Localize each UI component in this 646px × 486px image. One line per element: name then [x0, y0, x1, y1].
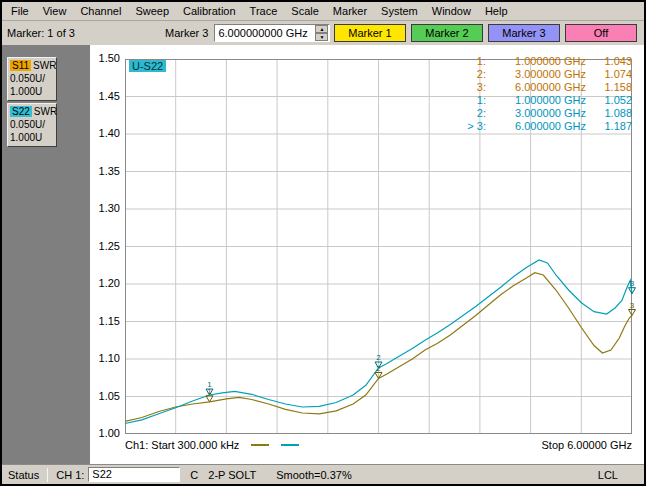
menu-scale[interactable]: Scale [284, 2, 326, 20]
s22-trace-swatch [281, 444, 299, 446]
status-label: Status [8, 469, 39, 481]
button-marker-3[interactable]: Marker 3 [488, 24, 560, 42]
y-tick-label: 1.40 [91, 127, 123, 140]
smoothing-status: Smooth=0.37% [276, 469, 352, 481]
plot-panel: 1.501.451.401.351.301.251.201.151.101.05… [90, 45, 644, 464]
y-tick-label: 1.00 [91, 427, 123, 440]
marker-readout-table: 1:1.000000 GHz1.0432:3.000000 GHz1.0743:… [458, 55, 632, 133]
menu-window[interactable]: Window [425, 2, 478, 20]
y-tick-label: 1.05 [91, 390, 123, 403]
trace-reference-label: 1.000U [10, 131, 54, 144]
menu-channel[interactable]: Channel [73, 2, 128, 20]
trace-format-label: SWR [33, 60, 56, 71]
trace-scale-label: 0.050U/ [10, 118, 54, 131]
trace-sidebar: S11SWR0.050U/1.000US22SWR0.050U/1.000U [2, 45, 90, 464]
marker-frequency-value: 6.000000000 GHz [215, 27, 315, 39]
marker-field-label: Marker 3 [165, 27, 208, 39]
vna-window: FileViewChannelSweepCalibrationTraceScal… [0, 0, 646, 486]
y-tick-label: 1.25 [91, 240, 123, 253]
y-tick-label: 1.50 [91, 52, 123, 65]
y-tick-label: 1.45 [91, 90, 123, 103]
sweep-stop-label: Stop 6.00000 GHz [541, 439, 632, 451]
menu-bar: FileViewChannelSweepCalibrationTraceScal… [2, 2, 644, 21]
statusbar-divider [47, 468, 48, 482]
svg-text:1: 1 [207, 380, 212, 389]
main-content: S11SWR0.050U/1.000US22SWR0.050U/1.000U 1… [2, 45, 644, 464]
active-measurement-field: S22 [88, 467, 180, 482]
svg-text:2: 2 [376, 353, 381, 362]
trace-scale-label: 0.050U/ [10, 72, 54, 85]
y-tick-label: 1.15 [91, 315, 123, 328]
menu-marker[interactable]: Marker [326, 2, 374, 20]
trace-reference-label: 1.000U [10, 85, 54, 98]
trace-settings-s11[interactable]: S11SWR0.050U/1.000U [7, 57, 57, 101]
spinner-up-button[interactable]: ▲ [315, 25, 328, 33]
marker-button-group: Marker 1Marker 2Marker 3Off [334, 24, 639, 42]
menu-file[interactable]: File [4, 2, 36, 20]
status-bar: Status CH 1: S22 C 2-P SOLT Smooth=0.37%… [2, 464, 644, 484]
trace-id-s11: S11 [10, 60, 31, 71]
marker-readout-row: 2:3.000000 GHz1.074 [458, 68, 632, 81]
cal-correction-indicator: C [190, 469, 198, 481]
y-tick-label: 1.10 [91, 352, 123, 365]
trace-settings-s22[interactable]: S22SWR0.050U/1.000U [7, 103, 57, 147]
marker-readout-row: 3:6.000000 GHz1.158 [458, 81, 632, 94]
marker-readout-row: 1:1.000000 GHz1.043 [458, 55, 632, 68]
active-trace-label: U-S22 [129, 60, 166, 72]
cal-type-indicator: 2-P SOLT [208, 469, 256, 481]
menu-view[interactable]: View [36, 2, 74, 20]
marker-readout-row: 2:3.000000 GHz1.088 [458, 107, 632, 120]
frequency-spinner: ▲ ▼ [315, 25, 328, 41]
y-tick-label: 1.20 [91, 277, 123, 290]
marker-toolbar: Marker: 1 of 3 Marker 3 6.000000000 GHz … [2, 21, 644, 45]
s11-trace-swatch [251, 444, 269, 446]
marker-readout-row: > 3:6.000000 GHz1.187 [458, 120, 632, 133]
trace-format-label: SWR [34, 106, 57, 117]
svg-text:3: 3 [630, 301, 635, 310]
y-axis-labels: 1.501.451.401.351.301.251.201.151.101.05… [90, 45, 123, 464]
marker-status-text: Marker: 1 of 3 [7, 27, 115, 39]
button-off[interactable]: Off [565, 24, 637, 42]
lcl-indicator: LCL [598, 469, 638, 481]
svg-text:3: 3 [630, 279, 635, 288]
button-marker-1[interactable]: Marker 1 [334, 24, 406, 42]
plot-footer: Ch1: Start 300.000 kHz Stop 6.00000 GHz [125, 437, 632, 452]
button-marker-2[interactable]: Marker 2 [411, 24, 483, 42]
menu-sweep[interactable]: Sweep [128, 2, 176, 20]
trace-id-s22: S22 [10, 106, 32, 117]
menu-calibration[interactable]: Calibration [176, 2, 243, 20]
y-tick-label: 1.30 [91, 202, 123, 215]
menu-system[interactable]: System [374, 2, 425, 20]
spinner-down-button[interactable]: ▼ [315, 33, 328, 41]
menu-trace[interactable]: Trace [243, 2, 285, 20]
marker-frequency-input[interactable]: 6.000000000 GHz ▲ ▼ [214, 24, 330, 42]
channel-label: CH 1: [56, 469, 84, 481]
menu-help[interactable]: Help [478, 2, 515, 20]
y-tick-label: 1.35 [91, 165, 123, 178]
marker-readout-row: 1:1.000000 GHz1.052 [458, 94, 632, 107]
sweep-start-label: Ch1: Start 300.000 kHz [125, 439, 239, 451]
